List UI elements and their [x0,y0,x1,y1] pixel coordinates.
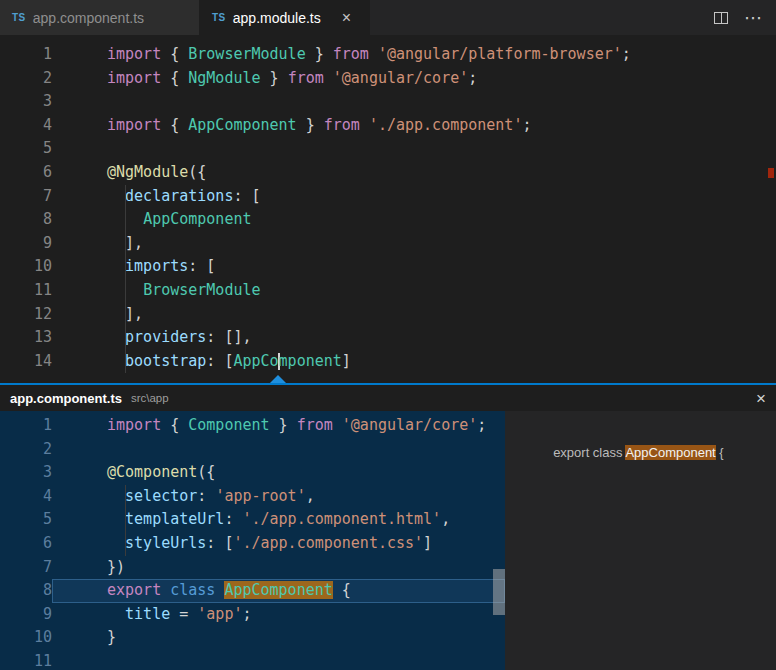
code-text[interactable] [52,438,505,462]
code-text[interactable]: declarations: [ [52,185,776,209]
peek-editor[interactable]: 1import { Component } from '@angular/cor… [0,411,505,670]
code-line: 2 [0,438,505,462]
code-line: 12 ], [0,303,776,327]
peek-title: app.component.ts [10,391,122,406]
tab-app-module[interactable]: TS app.module.ts × [200,0,370,35]
code-text[interactable]: @NgModule({ [52,161,776,185]
line-number[interactable]: 1 [0,43,52,67]
close-tab-icon[interactable]: × [342,10,351,26]
code-line: 8export class AppComponent { [0,579,505,603]
line-number[interactable]: 11 [0,279,52,303]
line-number[interactable]: 12 [0,303,52,327]
tab-bar: TS app.component.ts TS app.module.ts × ⋯ [0,0,776,35]
line-number[interactable]: 8 [0,579,52,603]
line-number[interactable]: 9 [0,232,52,256]
indent-guide [125,255,126,279]
code-line: 11 [0,650,505,670]
code-line: 5 templateUrl: './app.component.html', [0,508,505,532]
indent-guide [125,485,126,509]
peek-results-list: export class AppComponent { [505,411,776,670]
code-line: 2import { NgModule } from '@angular/core… [0,67,776,91]
peek-close-icon[interactable]: × [756,390,766,407]
typescript-file-icon: TS [12,12,26,23]
tab-app-component[interactable]: TS app.component.ts [0,0,200,35]
indent-guide [125,279,126,303]
line-number[interactable]: 6 [0,161,52,185]
code-line: 10 imports: [ [0,255,776,279]
tab-label: app.component.ts [33,10,144,26]
indent-guide [125,508,126,532]
split-editor-icon[interactable] [714,12,728,24]
more-actions-icon[interactable]: ⋯ [744,9,762,27]
code-text[interactable]: title = 'app'; [52,603,505,627]
code-text[interactable] [52,90,776,114]
code-line: 8 AppComponent [0,208,776,232]
line-number[interactable]: 5 [0,508,52,532]
line-number[interactable]: 4 [0,485,52,509]
line-number[interactable]: 3 [0,90,52,114]
code-text[interactable]: selector: 'app-root', [52,485,505,509]
peek-file-path: src\app [131,392,169,404]
line-number[interactable]: 14 [0,350,52,374]
line-number[interactable]: 7 [0,556,52,580]
code-line: 11 BrowserModule [0,279,776,303]
code-line: 6@NgModule({ [0,161,776,185]
typescript-file-icon: TS [212,12,226,23]
code-text[interactable]: ], [52,303,776,327]
code-text[interactable]: import { AppComponent } from './app.comp… [52,114,776,138]
code-text[interactable]: bootstrap: [AppComponent] [52,350,776,374]
line-number[interactable]: 2 [0,438,52,462]
overview-ruler[interactable] [766,35,776,383]
line-number[interactable]: 4 [0,114,52,138]
code-text[interactable]: styleUrls: ['./app.component.css'] [52,532,505,556]
code-line: 7}) [0,556,505,580]
code-text[interactable]: }) [52,556,505,580]
indent-guide [125,185,126,209]
peek-definition-view: app.component.ts src\app × 1import { Com… [0,383,776,670]
line-number[interactable]: 7 [0,185,52,209]
code-line: 4import { AppComponent } from './app.com… [0,114,776,138]
code-text[interactable]: BrowserModule [52,279,776,303]
code-line: 14 bootstrap: [AppComponent] [0,350,776,374]
code-text[interactable]: export class AppComponent { [52,579,505,603]
indent-guide [125,208,126,232]
code-text[interactable]: templateUrl: './app.component.html', [52,508,505,532]
code-text[interactable]: } [52,626,505,650]
code-text[interactable] [52,137,776,161]
line-number[interactable]: 2 [0,67,52,91]
indent-guide [125,303,126,327]
code-text[interactable]: import { Component } from '@angular/core… [52,414,505,438]
line-number[interactable]: 6 [0,532,52,556]
code-text[interactable]: AppComponent [52,208,776,232]
tab-label: app.module.ts [233,10,321,26]
code-text[interactable]: import { NgModule } from '@angular/core'… [52,67,776,91]
code-line: 6 styleUrls: ['./app.component.css'] [0,532,505,556]
line-number[interactable]: 9 [0,603,52,627]
code-text[interactable]: @Component({ [52,461,505,485]
code-line: 3@Component({ [0,461,505,485]
line-number[interactable]: 11 [0,650,52,670]
code-text[interactable] [52,650,505,670]
code-line: 1import { Component } from '@angular/cor… [0,414,505,438]
line-number[interactable]: 3 [0,461,52,485]
line-number[interactable]: 10 [0,626,52,650]
code-line: 3 [0,90,776,114]
code-text[interactable]: imports: [ [52,255,776,279]
editor-actions: ⋯ [714,0,776,35]
peek-scrollbar-thumb[interactable] [493,569,505,615]
code-text[interactable]: providers: [], [52,326,776,350]
line-number[interactable]: 13 [0,326,52,350]
editor-app-module[interactable]: 1import { BrowserModule } from '@angular… [0,35,776,383]
code-line: 4 selector: 'app-root', [0,485,505,509]
indent-guide [125,532,126,556]
peek-code-lines: 1import { Component } from '@angular/cor… [0,414,505,670]
indent-guide [125,326,126,350]
line-number[interactable]: 5 [0,137,52,161]
line-number[interactable]: 10 [0,255,52,279]
peek-result-item[interactable]: export class AppComponent { [505,417,776,441]
indent-guide [125,232,126,256]
code-text[interactable]: ], [52,232,776,256]
code-text[interactable]: import { BrowserModule } from '@angular/… [52,43,776,67]
line-number[interactable]: 1 [0,414,52,438]
line-number[interactable]: 8 [0,208,52,232]
